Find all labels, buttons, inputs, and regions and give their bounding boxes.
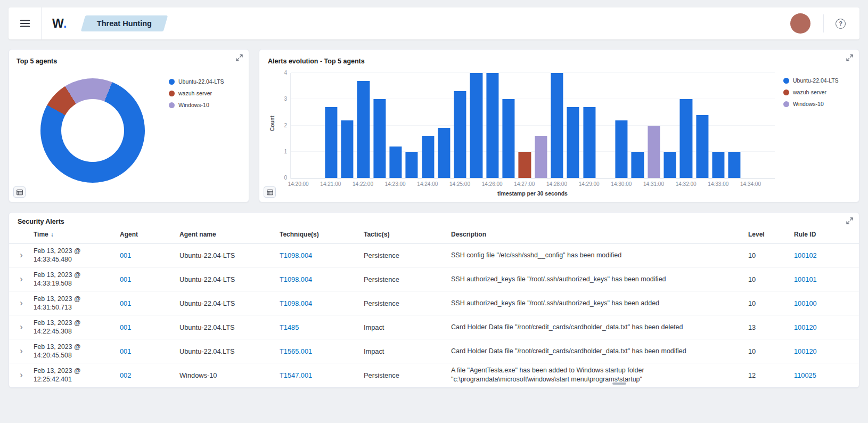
inspect-data-button[interactable] [13,186,26,198]
y-tick-label: 4 [284,70,287,76]
wazuh-logo[interactable]: W. [52,17,67,31]
avatar[interactable] [790,13,810,34]
legend-item[interactable]: Windows-10 [169,102,241,108]
x-tick-label: 14:33:00 [708,181,728,187]
bar[interactable] [519,152,531,178]
bar[interactable] [712,152,724,178]
bar[interactable] [357,81,370,178]
table-list-icon [17,189,23,196]
legend-label: Ubuntu-22.04-LTS [178,78,224,85]
tactic-cell: Persistence [364,249,451,262]
row-expand-button[interactable]: › [9,299,34,307]
bar[interactable] [583,107,595,178]
bar[interactable] [389,147,402,178]
level-cell: 10 [748,297,794,310]
alert-table-row: ›Feb 13, 2023 @14:20:45.508001Ubuntu-22.… [9,339,859,363]
rule-id-link[interactable]: 100120 [794,345,851,358]
tactic-cell: Persistence [364,369,451,382]
x-tick-label: 14:26:00 [482,181,503,187]
bar[interactable] [502,99,514,178]
agent-id-link[interactable]: 001 [120,345,179,358]
column-header-agent[interactable]: Agent [120,231,179,238]
rule-id-link[interactable]: 100100 [794,297,851,310]
row-expand-button[interactable]: › [9,371,34,379]
logo-letter: W [52,17,63,30]
alert-table-row: ›Feb 13, 2023 @14:33:45.480001Ubuntu-22.… [9,243,859,267]
agent-id-link[interactable]: 002 [120,369,179,382]
technique-link[interactable]: T1098.004 [280,273,364,286]
expand-panel-button[interactable] [846,54,853,61]
sort-desc-icon: ↓ [51,231,54,238]
technique-link[interactable]: T1485 [280,321,364,334]
bar[interactable] [680,99,692,178]
rule-id-link[interactable]: 100120 [794,321,851,334]
expand-panel-button[interactable] [236,54,243,61]
technique-link[interactable]: T1098.004 [280,249,364,262]
breadcrumb[interactable]: Threat Hunting [83,15,166,31]
bar[interactable] [373,99,386,178]
hamburger-menu-button[interactable] [9,7,42,39]
donut-chart-area [17,66,169,196]
column-header-agent-name[interactable]: Agent name [179,231,280,238]
bar[interactable] [325,107,337,178]
legend-item[interactable]: wazuh-server [783,89,850,95]
legend-item[interactable]: Ubuntu-22.04-LTS [169,78,241,85]
column-header-rule-id[interactable]: Rule ID [794,231,851,238]
agent-id-link[interactable]: 001 [120,297,179,310]
help-button[interactable]: ? [836,19,846,29]
time-cell: Feb 13, 2023 @14:20:45.508 [34,340,120,362]
legend-item[interactable]: Ubuntu-22.04-LTS [783,77,850,84]
legend-label: Windows-10 [793,101,824,107]
legend-swatch-icon [169,102,175,108]
technique-link[interactable]: T1565.001 [280,345,364,358]
bar[interactable] [632,152,644,178]
agent-id-link[interactable]: 001 [120,321,179,334]
bar[interactable] [470,73,482,178]
bar[interactable] [438,128,450,178]
inspect-data-button[interactable] [264,186,276,198]
security-alerts-panel: Security Alerts Time↓ Agent Agent name T… [9,212,859,388]
bar[interactable] [341,120,353,178]
technique-link[interactable]: T1547.001 [280,369,364,382]
legend-item[interactable]: wazuh-server [169,90,241,96]
horizontal-scrollbar-thumb[interactable] [612,383,626,385]
row-expand-button[interactable]: › [9,323,34,331]
column-header-time[interactable]: Time↓ [34,231,120,238]
column-header-level[interactable]: Level [748,231,794,238]
rule-id-link[interactable]: 110025 [794,369,851,382]
column-header-technique[interactable]: Technique(s) [280,231,364,238]
agent-id-link[interactable]: 001 [120,249,179,262]
donut-chart[interactable] [40,78,145,183]
row-expand-button[interactable]: › [9,347,34,355]
expand-icon [846,54,853,61]
bar[interactable] [551,73,563,178]
chevron-right-icon: › [20,274,22,283]
bar[interactable] [664,152,676,178]
bar[interactable] [422,136,434,178]
legend-label: wazuh-server [178,90,212,96]
technique-link[interactable]: T1098.004 [280,297,364,310]
bar[interactable] [486,73,498,178]
legend-item[interactable]: Windows-10 [783,101,850,107]
expand-panel-button[interactable] [846,217,853,224]
rule-id-link[interactable]: 100102 [794,249,851,262]
column-header-description[interactable]: Description [451,231,748,238]
bar[interactable] [454,91,466,178]
bar[interactable] [406,152,418,178]
row-expand-button[interactable]: › [9,251,34,259]
bar[interactable] [535,136,547,178]
time-cell: Feb 13, 2023 @12:25:42.401 [34,364,120,386]
agent-id-link[interactable]: 001 [120,273,179,286]
bar[interactable] [616,120,628,178]
column-header-tactic[interactable]: Tactic(s) [364,231,451,238]
row-expand-button[interactable]: › [9,275,34,283]
description-cell: Card Holder Data file "/root/credit_card… [451,320,748,335]
bar[interactable] [696,115,708,178]
chevron-right-icon: › [20,346,22,355]
bar[interactable] [648,126,660,178]
rule-id-link[interactable]: 100101 [794,273,851,286]
tactic-cell: Persistence [364,273,451,286]
alerts-table-header: Time↓ Agent Agent name Technique(s) Tact… [9,231,859,243]
bar[interactable] [728,152,741,178]
bar[interactable] [567,107,579,178]
